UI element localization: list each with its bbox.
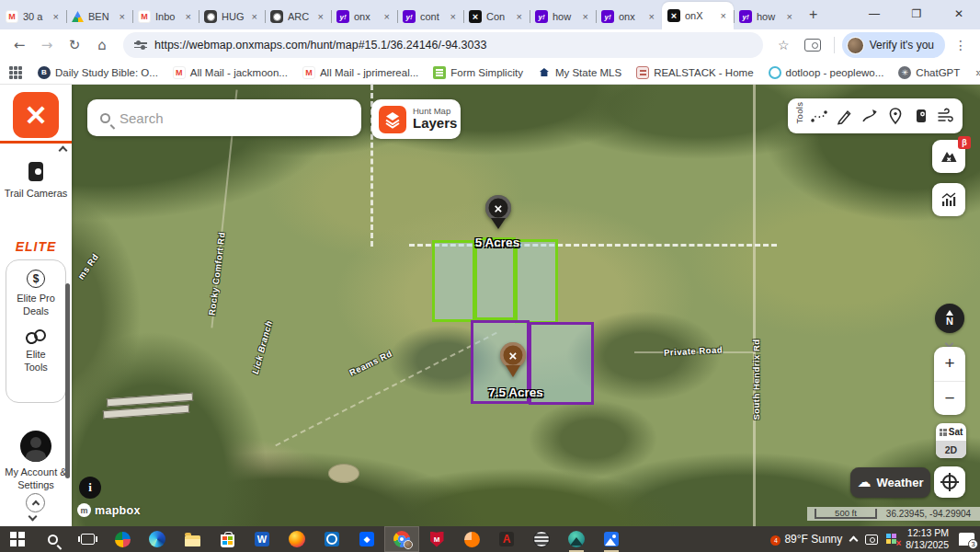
sidebar-item-elite-pro-deals[interactable]: $ Elite Pro Deals (6, 270, 65, 318)
map-viewport[interactable]: × 5 Acres × 7.5 Acres ms Rd Rocky Comfor… (0, 85, 980, 526)
maximize-button[interactable]: ❐ (895, 0, 938, 28)
waypoint-marker-black[interactable]: × (484, 195, 512, 229)
map-info-button[interactable]: i (79, 477, 101, 499)
parcel-green-1[interactable] (432, 240, 475, 322)
taskbar-clock[interactable]: 12:13 PM 8/13/2025 (906, 527, 949, 550)
2d-toggle[interactable]: 2D (936, 441, 966, 458)
tab-arc[interactable]: ARC × (265, 4, 331, 29)
sidebar-item-elite-tools[interactable]: Elite Tools (6, 329, 65, 374)
minimize-button[interactable]: — (853, 0, 895, 28)
ms-store-app[interactable] (210, 526, 245, 552)
browser-menu-icon[interactable]: ⋮ (949, 38, 973, 52)
bookmark-form-simplicity[interactable]: Form Simplicity (427, 63, 530, 82)
scroll-down-icon[interactable] (28, 512, 38, 522)
scroll-up-icon[interactable] (59, 146, 68, 155)
tab-search-icon[interactable] (804, 39, 821, 52)
account-settings-label[interactable]: My Account & Settings (0, 466, 72, 492)
line-tool-icon[interactable] (832, 98, 858, 133)
compass-button[interactable]: N (935, 304, 964, 333)
close-button[interactable]: ✕ (938, 0, 980, 28)
mapbox-attribution[interactable]: m mapbox (77, 503, 141, 517)
tray-display-icon[interactable] (865, 535, 878, 545)
shape-tool-icon[interactable] (857, 98, 883, 133)
tab-onx-active[interactable]: onX × (662, 2, 734, 29)
tab-gmail-30a[interactable]: 30 a × (0, 4, 66, 29)
tab-close-icon[interactable]: × (785, 11, 794, 22)
satellite-toggle[interactable]: Sat (936, 423, 966, 441)
new-tab-button[interactable]: + (800, 6, 826, 23)
mcafee-app[interactable]: M (419, 526, 454, 552)
widgets-button[interactable] (105, 526, 140, 552)
tab-close-icon[interactable]: × (719, 10, 728, 21)
search-input[interactable] (120, 110, 348, 126)
sidebar-scrollbar[interactable] (65, 283, 70, 478)
chart-button[interactable] (932, 183, 965, 216)
home-icon[interactable]: ⌂ (90, 33, 114, 57)
bookmark-all-mail-jackmoon[interactable]: All Mail - jackmoon... (166, 63, 294, 82)
bookmark-my-state-mls[interactable]: My State MLS (531, 63, 628, 82)
wind-tool-icon[interactable] (933, 98, 959, 133)
reload-icon[interactable]: ↻ (63, 33, 86, 57)
offline-maps-button[interactable]: β (932, 140, 965, 173)
file-explorer-app[interactable] (175, 526, 210, 552)
bookmark-realstack[interactable]: REALSTACK - Home (630, 63, 759, 82)
avast-app[interactable] (454, 526, 489, 552)
tab-close-icon[interactable]: × (51, 11, 61, 22)
sidebar-collapse-button[interactable] (26, 493, 45, 512)
tab-onx-con[interactable]: Con × (463, 4, 530, 29)
tab-yahoo-cont[interactable]: cont × (397, 4, 463, 29)
url-text[interactable]: https://webmap.onxmaps.com/hunt/map#15.1… (154, 39, 486, 52)
google-earth-app[interactable] (524, 526, 559, 552)
start-button[interactable] (0, 526, 35, 552)
taskbar-search[interactable] (35, 526, 70, 552)
measure-tool-icon[interactable] (806, 98, 832, 133)
tab-close-icon[interactable]: × (449, 11, 458, 22)
tab-close-icon[interactable]: × (382, 11, 392, 22)
sidebar-item-trail-cameras[interactable]: Trail Cameras (0, 162, 72, 200)
parcel-green-3[interactable] (515, 239, 558, 324)
tab-close-icon[interactable]: × (515, 11, 524, 22)
tab-close-icon[interactable]: × (250, 11, 259, 22)
waypoint-marker-brown[interactable]: × (499, 342, 527, 377)
temperature-label[interactable]: 89°F Sunny (784, 533, 842, 546)
tab-close-icon[interactable]: × (316, 11, 325, 22)
bookmark-star-icon[interactable]: ☆ (772, 38, 795, 52)
tab-hug[interactable]: HUG × (199, 4, 265, 29)
firefox-app[interactable] (279, 526, 314, 552)
tab-close-icon[interactable]: × (581, 11, 590, 22)
onx-logo[interactable]: ✕ (13, 92, 59, 138)
back-icon[interactable]: ← (7, 33, 31, 57)
dropbox-app[interactable]: ◆ (349, 526, 384, 552)
tab-yahoo-how[interactable]: how × (530, 4, 596, 29)
tab-close-icon[interactable]: × (647, 11, 656, 22)
url-bar[interactable]: https://webmap.onxmaps.com/hunt/map#15.1… (123, 32, 763, 58)
word-app[interactable]: W (245, 526, 279, 552)
tab-close-icon[interactable]: × (184, 11, 193, 22)
tab-yahoo-how2[interactable]: how × (734, 4, 800, 29)
notification-center-button[interactable]: 3 (959, 533, 974, 546)
site-settings-icon[interactable] (134, 42, 147, 48)
apps-grid-icon[interactable] (9, 66, 22, 79)
tab-drive-ben[interactable]: BEN × (66, 4, 132, 29)
task-view-button[interactable] (70, 526, 105, 552)
edge-app[interactable] (140, 526, 175, 552)
tray-expand-icon[interactable] (849, 536, 859, 546)
map-search[interactable] (87, 99, 361, 136)
acrobat-app[interactable]: A (489, 526, 524, 552)
bookmark-daily-study-bible[interactable]: Daily Study Bible: O... (31, 63, 165, 82)
chrome-app-active[interactable] (384, 526, 419, 552)
trail-camera-tool-icon[interactable] (908, 98, 934, 133)
waypoint-tool-icon[interactable] (883, 98, 908, 133)
tab-yahoo-onx[interactable]: onx × (331, 4, 397, 29)
hunt-map-layers-button[interactable]: Hunt Map Layers (371, 99, 461, 139)
parcel-green-2[interactable] (474, 237, 516, 320)
forward-icon[interactable]: → (35, 33, 59, 57)
tab-close-icon[interactable]: × (118, 11, 127, 22)
tray-sync-error-icon[interactable] (886, 534, 897, 545)
zoom-in-button[interactable]: + (934, 347, 965, 382)
onx-backcountry-app[interactable] (559, 526, 594, 552)
bookmark-chatgpt[interactable]: ChatGPT (892, 63, 966, 82)
bookmark-dotloop[interactable]: dotloop - peoplewo... (762, 63, 891, 82)
account-avatar[interactable] (20, 431, 51, 462)
locate-button[interactable] (934, 466, 965, 498)
